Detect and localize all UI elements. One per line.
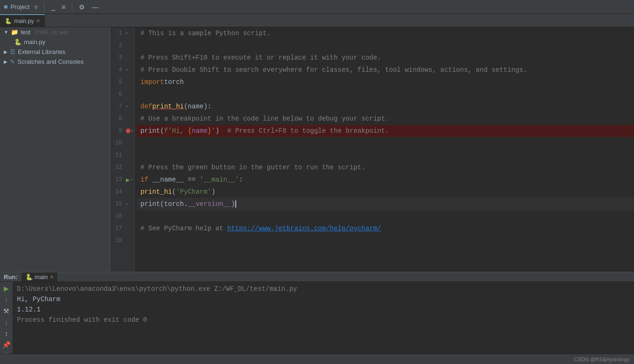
line-num-1: 1 — [112, 30, 125, 37]
tab-bar: 🐍 main.py ✕ — [0, 14, 634, 27]
code-container: 1 ▾ 2 3 4 ▾ — [112, 27, 634, 272]
main-area: ▼ 📁 test Z:\WF_DL\test 🐍 main.py ▶ ☰ Ext… — [0, 27, 634, 272]
line-num-12: 12 — [112, 164, 125, 171]
tab-close-btn[interactable]: ✕ — [36, 18, 40, 23]
line-num-2: 2 — [112, 42, 125, 49]
gutter-row-1: 1 ▾ — [112, 27, 134, 39]
code-lines[interactable]: # This is a sample Python script. # Pres… — [135, 27, 634, 272]
run-up-btn[interactable]: ↑ — [4, 295, 9, 304]
toolbar-btn-navigate[interactable]: ⎯ — [49, 2, 57, 12]
gutter-row-18: 18 — [112, 235, 134, 247]
code-line-13: if __name__ == '__main__': — [137, 174, 634, 186]
tab-label: main.py — [14, 18, 34, 24]
run-pin-btn[interactable]: 📌 — [1, 340, 11, 349]
line-num-4: 4 — [112, 67, 125, 73]
sidebar-item-test[interactable]: ▼ 📁 test Z:\WF_DL\test — [0, 27, 111, 37]
python-file-icon: 🐍 — [5, 18, 12, 24]
run-tab-bar: Run: 🐍 main ✕ — [0, 273, 634, 282]
sidebar-path: Z:\WF_DL\test — [35, 30, 68, 35]
toolbar: ■ Project ▿ ⎯ ≡ ⚙ — — [0, 0, 634, 14]
fold-icon-1[interactable]: ▾ — [125, 30, 129, 36]
toolbar-btn-settings[interactable]: ⚙ — [77, 2, 87, 12]
gutter-row-2: 2 — [112, 39, 134, 52]
fold-icon-7[interactable]: ▾ — [125, 104, 129, 109]
fold-icon-13[interactable]: ▾ — [130, 177, 133, 182]
scratches-icon: ✎ — [10, 58, 15, 65]
line-numbers: 1 ▾ 2 3 4 ▾ — [112, 27, 134, 247]
code-line-18 — [137, 235, 634, 247]
gutter-row-13: 13 ▶ ▾ — [112, 174, 134, 186]
sidebar-item-external-libs[interactable]: ▶ ☰ External Libraries — [0, 47, 111, 57]
code-line-3: # Press Shift+F10 to execute it or repla… — [137, 52, 634, 64]
expand-arrow-test: ▼ — [4, 30, 8, 35]
code-line-17: # See PyCharm help at https://www.jetbra… — [137, 222, 634, 235]
code-line-5: import torch — [137, 76, 634, 88]
run-label: Run: — [4, 273, 18, 281]
run-sidebar-buttons: ▶ ↑ ⚒ ↓ ↕ 📌 🗑 — [0, 282, 13, 363]
sidebar-item-label-test: test — [21, 29, 31, 36]
status-bar: CSDN @RS&Hydrology — [0, 354, 634, 364]
gutter-row-11: 11 — [112, 149, 134, 161]
folder-icon-test: 📁 — [11, 29, 18, 36]
code-line-12: # Press the green button in the gutter t… — [137, 161, 634, 174]
fold-icon-15[interactable]: ▾ — [125, 201, 129, 207]
toolbar-sep-1 — [44, 2, 45, 12]
gutter-row-6: 6 — [112, 88, 134, 100]
code-line-10 — [137, 137, 634, 149]
fold-icon-4[interactable]: ▾ — [125, 67, 129, 73]
code-line-9: print(f'Hi, {name}') # Press Ctrl+F8 to … — [137, 125, 634, 137]
expand-arrow-scratches: ▶ — [4, 59, 8, 64]
line-num-13: 13 — [112, 176, 125, 183]
run-tab-close[interactable]: ✕ — [50, 274, 54, 280]
line-num-10: 10 — [112, 140, 125, 146]
status-text: CSDN @RS&Hydrology — [574, 356, 629, 362]
toolbar-btn-columns[interactable]: ≡ — [60, 2, 67, 12]
run-scroll-btn[interactable]: ↕ — [4, 329, 9, 338]
fold-icon-9[interactable]: ▾ — [131, 128, 134, 134]
toolbar-btn-1[interactable]: ▿ — [32, 2, 39, 12]
gutter-row-5: 5 — [112, 76, 134, 88]
console-line-2: Hi, PyCharm — [17, 294, 630, 304]
sidebar: ▼ 📁 test Z:\WF_DL\test 🐍 main.py ▶ ☰ Ext… — [0, 27, 112, 272]
line-num-6: 6 — [112, 91, 125, 98]
gutter-row-17: 17 — [112, 222, 134, 235]
code-line-16 — [137, 210, 634, 222]
sidebar-item-mainpy[interactable]: 🐍 main.py — [0, 37, 111, 47]
code-line-2 — [137, 39, 634, 52]
run-wrench-btn[interactable]: ⚒ — [2, 306, 10, 316]
editor-area[interactable]: 1 ▾ 2 3 4 ▾ — [112, 27, 634, 272]
sidebar-item-scratches[interactable]: ▶ ✎ Scratches and Consoles — [0, 57, 111, 67]
run-tab-label: main — [35, 273, 48, 281]
line-num-15: 15 — [112, 201, 125, 207]
python-icon: 🐍 — [14, 38, 22, 46]
tab-main-py[interactable]: 🐍 main.py ✕ — [0, 14, 45, 27]
run-play-btn[interactable]: ▶ — [3, 284, 10, 293]
line-num-7: 7 — [112, 103, 125, 110]
code-line-4: # Press Double Shift to search everywher… — [137, 64, 634, 76]
gutter-row-4: 4 ▾ — [112, 64, 134, 76]
line-num-14: 14 — [112, 189, 125, 195]
gutter: 1 ▾ 2 3 4 ▾ — [112, 27, 135, 272]
run-toolbar: ▶ ↑ ⚒ ↓ ↕ 📌 🗑 D:\Users\Lenovo\anaconda3\… — [0, 282, 634, 363]
run-tab-main[interactable]: 🐍 main ✕ — [22, 273, 57, 281]
toolbar-sep-2 — [72, 2, 72, 12]
line-num-11: 11 — [112, 152, 125, 159]
bottom-panel: Run: 🐍 main ✕ ▶ ↑ ⚒ ↓ ↕ 📌 🗑 D:\Users\Len… — [0, 272, 634, 354]
project-icon: ■ — [4, 3, 8, 11]
code-line-1: # This is a sample Python script. — [137, 27, 634, 39]
code-line-6 — [137, 88, 634, 100]
line-num-17: 17 — [112, 225, 125, 232]
breakpoint-circle-9[interactable] — [126, 129, 131, 133]
console-line-4: Process finished with exit code 0 — [17, 315, 630, 325]
gutter-row-9: 9 ▾ — [112, 125, 134, 137]
expand-arrow-extlibs: ▶ — [4, 49, 8, 54]
code-line-7: def print_hi(name): — [137, 100, 634, 113]
run-down-btn[interactable]: ↓ — [4, 318, 9, 327]
gutter-row-12: 12 — [112, 161, 134, 174]
toolbar-btn-minimize[interactable]: — — [90, 2, 100, 12]
code-line-14: print_hi('PyCharm') — [137, 186, 634, 198]
gutter-row-16: 16 — [112, 210, 134, 222]
code-line-11 — [137, 149, 634, 161]
run-arrow-13: ▶ — [126, 176, 130, 184]
sidebar-item-label-extlibs: External Libraries — [18, 48, 65, 55]
